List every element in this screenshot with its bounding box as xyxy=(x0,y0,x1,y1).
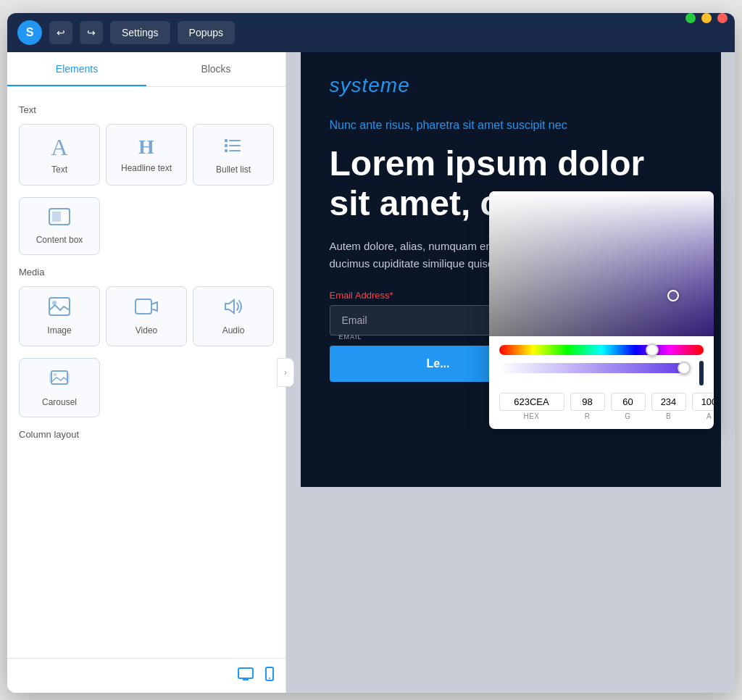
a-input[interactable] xyxy=(692,393,714,411)
svg-rect-10 xyxy=(136,299,151,314)
content-box-label: Content box xyxy=(36,235,83,246)
text-elements-grid: A Text H Headline text xyxy=(19,124,274,186)
svg-rect-5 xyxy=(229,150,241,151)
mobile-icon[interactable] xyxy=(265,667,274,685)
traffic-light-yellow[interactable] xyxy=(701,13,712,23)
traffic-lights xyxy=(685,13,728,23)
site-logo: systeme xyxy=(330,74,692,97)
carousel-label: Carousel xyxy=(42,397,77,409)
a-input-group: A xyxy=(692,393,714,420)
svg-rect-11 xyxy=(51,371,67,384)
section-label-column: Column layout xyxy=(19,429,274,440)
r-input[interactable] xyxy=(570,393,605,411)
hex-input[interactable] xyxy=(499,393,564,411)
email-input-tag: EMAIL xyxy=(339,333,362,341)
audio-label: Audio xyxy=(222,325,245,337)
svg-rect-15 xyxy=(238,668,253,678)
svg-point-19 xyxy=(269,678,270,679)
svg-rect-4 xyxy=(225,149,228,152)
desktop-icon[interactable] xyxy=(238,667,254,684)
hex-label: HEX xyxy=(523,412,539,420)
bullet-icon xyxy=(223,135,243,159)
hue-slider[interactable] xyxy=(499,345,704,355)
required-asterisk: * xyxy=(390,290,393,301)
tab-blocks[interactable]: Blocks xyxy=(146,52,285,86)
traffic-light-green[interactable] xyxy=(685,13,696,23)
color-values: HEX R G B xyxy=(499,393,704,420)
b-label: B xyxy=(666,412,671,420)
main-area: Elements Blocks Text A Text H Hea xyxy=(7,52,735,693)
section-label-text: Text xyxy=(19,104,274,115)
settings-button[interactable]: Settings xyxy=(110,21,170,44)
alpha-row xyxy=(499,361,704,386)
bullet-label: Bullet list xyxy=(216,164,251,176)
main-window: S ↩ ↪ Settings Popups Elements Blocks xyxy=(7,13,735,693)
element-video[interactable]: Video xyxy=(106,286,187,346)
section-label-media: Media xyxy=(19,267,274,278)
panel-bottom xyxy=(7,658,285,693)
elements-panel: Text A Text H Headline text xyxy=(7,87,285,658)
image-icon xyxy=(49,297,70,320)
svg-rect-7 xyxy=(52,212,61,222)
toolbar: S ↩ ↪ Settings Popups xyxy=(7,13,735,52)
r-label: R xyxy=(585,412,591,420)
r-input-group: R xyxy=(570,393,605,420)
carousel-icon xyxy=(49,369,70,391)
svg-rect-1 xyxy=(229,140,241,141)
element-bullet[interactable]: Bullet list xyxy=(193,124,274,186)
panel-collapse-arrow[interactable]: › xyxy=(277,358,294,387)
media-elements-grid: Image Video xyxy=(19,286,274,346)
hue-slider-wrapper xyxy=(499,345,704,355)
undo-icon: ↩ xyxy=(57,27,65,38)
gradient-overlay xyxy=(489,191,714,336)
traffic-light-red[interactable] xyxy=(717,13,728,23)
hero-subtitle: Nunc ante risus, pharetra sit amet susci… xyxy=(330,119,692,132)
g-input-group: G xyxy=(611,393,646,420)
svg-point-14 xyxy=(54,373,57,376)
svg-rect-0 xyxy=(225,139,228,142)
headline-icon: H xyxy=(138,137,154,157)
carousel-grid: Carousel xyxy=(19,358,274,418)
g-input[interactable] xyxy=(611,393,646,411)
logo-button[interactable]: S xyxy=(17,20,42,45)
headline-label: Headline text xyxy=(121,163,172,175)
b-input[interactable] xyxy=(651,393,686,411)
color-gradient-area[interactable] xyxy=(489,191,714,336)
svg-rect-13 xyxy=(67,373,70,383)
hex-input-group: HEX xyxy=(499,393,564,420)
element-text[interactable]: A Text xyxy=(19,124,100,186)
tab-elements[interactable]: Elements xyxy=(7,52,146,86)
color-cursor[interactable] xyxy=(667,290,679,301)
alpha-thumb[interactable] xyxy=(678,362,691,375)
a-label: A xyxy=(706,412,712,420)
panel-tabs: Elements Blocks xyxy=(7,52,285,87)
audio-icon xyxy=(222,297,244,320)
element-audio[interactable]: Audio xyxy=(193,286,274,346)
alpha-slider-wrapper xyxy=(499,363,688,376)
video-label: Video xyxy=(136,325,157,337)
canvas-area: systeme Nunc ante risus, pharetra sit am… xyxy=(286,52,735,693)
b-input-group: B xyxy=(651,393,686,420)
video-icon xyxy=(135,297,158,320)
svg-rect-2 xyxy=(225,144,228,147)
content-box-grid: Content box xyxy=(19,197,274,256)
undo-button[interactable]: ↩ xyxy=(49,21,72,44)
element-image[interactable]: Image xyxy=(19,286,100,346)
redo-icon: ↪ xyxy=(87,27,96,38)
text-label: Text xyxy=(51,164,67,176)
color-picker-popup: HEX R G B xyxy=(489,191,714,429)
content-box-icon xyxy=(49,208,70,229)
element-carousel[interactable]: Carousel xyxy=(19,358,100,418)
redo-button[interactable]: ↪ xyxy=(80,21,103,44)
alpha-slider[interactable] xyxy=(499,363,688,373)
page-canvas: systeme Nunc ante risus, pharetra sit am… xyxy=(301,52,721,487)
svg-point-9 xyxy=(52,301,57,305)
hue-thumb[interactable] xyxy=(646,343,659,357)
element-content-box[interactable]: Content box xyxy=(19,197,100,256)
image-label: Image xyxy=(47,325,71,337)
popups-button[interactable]: Popups xyxy=(178,21,235,44)
color-controls: HEX R G B xyxy=(489,336,714,429)
element-headline[interactable]: H Headline text xyxy=(106,124,187,186)
left-panel: Elements Blocks Text A Text H Hea xyxy=(7,52,286,693)
g-label: G xyxy=(625,412,630,420)
